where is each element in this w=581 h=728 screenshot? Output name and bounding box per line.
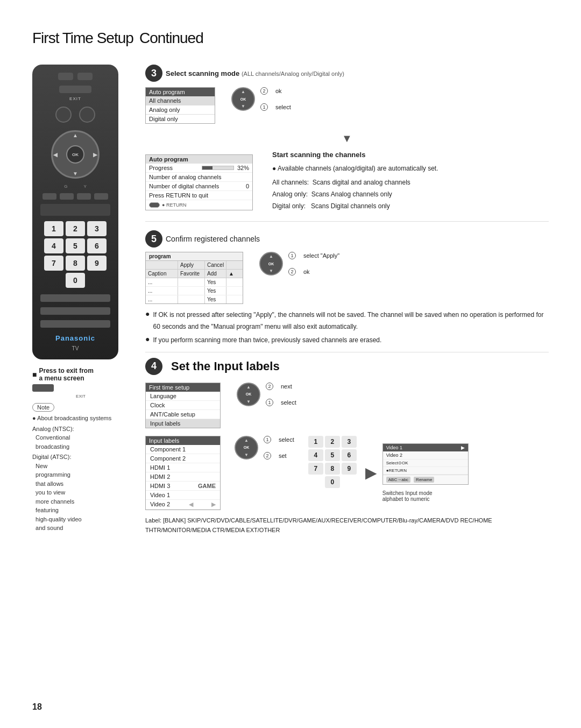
- video2[interactable]: Video 2 ◀▶: [146, 500, 220, 510]
- remote-btn-wide[interactable]: [59, 86, 91, 93]
- step3-sub: Auto program Progress 32% Number of anal…: [145, 149, 549, 216]
- component2[interactable]: Component 2: [146, 454, 220, 463]
- num-btn-3[interactable]: 3: [87, 221, 107, 236]
- ok-circle-step4a[interactable]: OK ▲ ▼: [237, 383, 260, 406]
- program-table: program Apply Cancel Caption Favorite Ad…: [145, 252, 243, 304]
- step5-title: Confirm registered channels: [166, 235, 260, 243]
- step4-content1: First time setup Language Clock ANT/Cabl…: [145, 383, 549, 428]
- table-row: ...Yes: [146, 295, 243, 303]
- remote-btn-2[interactable]: [77, 73, 93, 80]
- scan-row-analog: Number of analog channels: [146, 173, 252, 182]
- divider2: [145, 352, 549, 352]
- exit-button[interactable]: [32, 384, 54, 392]
- menu1-ant[interactable]: ANT/Cable setup: [146, 410, 220, 419]
- color-btn-2[interactable]: [60, 193, 74, 200]
- remote-circle-btn-1[interactable]: [55, 107, 72, 123]
- num-btn-8[interactable]: 8: [66, 256, 85, 271]
- remote-tall-btn[interactable]: [40, 204, 110, 216]
- step5-content: program Apply Cancel Caption Favorite Ad…: [145, 252, 549, 304]
- small-num-0[interactable]: 0: [325, 476, 340, 488]
- num-btn-7[interactable]: 7: [44, 256, 63, 271]
- step3-content: Auto program All channels Analog only Di…: [145, 87, 549, 124]
- table-row: ...Yes: [146, 278, 243, 287]
- step3-header: 3 Select scanning mode (ALL channels/Ana…: [145, 65, 549, 82]
- video-screen-top: Video 1 ▶: [383, 444, 468, 451]
- remote-control: EXIT ▲ ▼ ◀ ▶ OK G Y: [32, 65, 118, 359]
- ok-circle-step4b[interactable]: OK ▲ ▼: [235, 436, 258, 460]
- component1[interactable]: Component 1: [146, 445, 220, 454]
- num-btn-1[interactable]: 1: [44, 221, 63, 236]
- progress-fill: [202, 166, 212, 169]
- small-num-4[interactable]: 4: [308, 449, 323, 461]
- scan-row-return: Press RETURN to quit: [146, 191, 252, 200]
- small-num-6[interactable]: 6: [342, 449, 357, 461]
- small-num-2[interactable]: 2: [325, 436, 340, 448]
- small-num-8[interactable]: 8: [325, 463, 340, 475]
- page-number: 18: [32, 702, 42, 712]
- dpad-ok-btn[interactable]: OK: [66, 145, 84, 164]
- color-btn-1[interactable]: [42, 193, 56, 200]
- ok-circle-step3[interactable]: OK ▲ ▼: [231, 87, 255, 111]
- num-btn-5[interactable]: 5: [66, 238, 85, 253]
- tv-label: TV: [72, 345, 79, 351]
- arrow-video-col: ▶ Video 1 ▶ Video 2 Select⊙OK ●RETURN AB…: [365, 436, 469, 510]
- num-btn-6[interactable]: 6: [87, 238, 107, 253]
- video-row-1: Video 2: [383, 451, 468, 460]
- color-btn-3[interactable]: [77, 193, 91, 200]
- num-btn-9[interactable]: 9: [87, 256, 107, 271]
- color-btn-4[interactable]: [94, 193, 108, 200]
- small-num-3[interactable]: 3: [342, 436, 357, 448]
- video-row-3: ●RETURN: [383, 467, 468, 475]
- ok-circle-step5[interactable]: OK ▲ ▼: [259, 252, 283, 275]
- menu1-language[interactable]: Language: [146, 392, 220, 401]
- title-suffix: Continued: [139, 30, 203, 46]
- menu1-input-labels[interactable]: Input labels: [146, 419, 220, 428]
- hdmi3[interactable]: HDMI 3 GAME: [146, 482, 220, 491]
- auto-program-menu: Auto program All channels Analog only Di…: [145, 87, 215, 124]
- step5-header: 5 Confirm registered channels: [145, 230, 549, 248]
- remote-top-buttons: [58, 73, 93, 80]
- color-buttons: [42, 193, 108, 200]
- video-screen: Video 1 ▶ Video 2 Select⊙OK ●RETURN ABC→…: [382, 443, 469, 485]
- video1[interactable]: Video 1: [146, 491, 220, 500]
- step5-badge: 5: [145, 230, 162, 248]
- menu-item-analog[interactable]: Analog only: [146, 105, 215, 115]
- num-btn-0[interactable]: 0: [66, 273, 85, 288]
- program-table-header: Apply Cancel: [146, 261, 243, 270]
- menu-item-all[interactable]: All channels: [146, 96, 215, 105]
- video-row-2: Select⊙OK: [383, 460, 468, 467]
- small-num-5[interactable]: 5: [325, 449, 340, 461]
- remote-bottom-btn-3[interactable]: [40, 320, 110, 328]
- small-num-7[interactable]: 7: [308, 463, 323, 475]
- hdmi1[interactable]: HDMI 1: [146, 463, 220, 472]
- scan-info-box: Auto program Progress 32% Number of anal…: [145, 154, 253, 210]
- menu-item-digital[interactable]: Digital only: [146, 115, 215, 123]
- input-labels-title: Input labels: [146, 436, 220, 445]
- first-time-setup-menu: First time setup Language Clock ANT/Cabl…: [145, 383, 221, 428]
- remote-btn-1[interactable]: [58, 73, 73, 80]
- num-btn-4[interactable]: 4: [44, 238, 63, 253]
- remote-bottom-btn-1[interactable]: [40, 294, 110, 302]
- small-num-1[interactable]: 1: [308, 436, 323, 448]
- abc-btn[interactable]: ABC→abc: [386, 477, 410, 483]
- remote-circle-btn-2[interactable]: [79, 107, 95, 123]
- title-text: First Time Setup: [32, 30, 133, 46]
- content-column: 3 Select scanning mode (ALL channels/Ana…: [145, 65, 549, 541]
- menu-title: Auto program: [146, 88, 215, 96]
- hdmi2[interactable]: HDMI 2: [146, 472, 220, 482]
- numpad-small: 1 2 3 4 5 6 7 8 9 0: [308, 436, 357, 488]
- rename-btn[interactable]: Rename: [414, 477, 434, 483]
- numpad-video-col: 1 2 3 4 5 6 7 8 9 0: [308, 436, 357, 510]
- step3-title: Select scanning mode (ALL channels/Analo…: [166, 69, 344, 77]
- small-num-9[interactable]: 9: [342, 463, 357, 475]
- page: First Time Setup Continued EXIT: [0, 0, 581, 728]
- remote-bottom-btn-2[interactable]: [40, 307, 110, 315]
- arrow-right-icon: ▶: [365, 464, 377, 482]
- num-btn-2[interactable]: 2: [66, 221, 85, 236]
- remote-dpad[interactable]: ▲ ▼ ◀ ▶ OK: [51, 130, 100, 179]
- step5-notes: ● If OK is not pressed after selecting "…: [145, 309, 549, 347]
- ok-diagram-step4a: OK ▲ ▼ 2 next 1 select: [237, 383, 296, 428]
- dpad-left-arrow: ◀: [53, 152, 58, 158]
- ok-diagram-step3: OK ▲ ▼ 2 ok 1 sele: [231, 87, 291, 124]
- menu1-clock[interactable]: Clock: [146, 401, 220, 410]
